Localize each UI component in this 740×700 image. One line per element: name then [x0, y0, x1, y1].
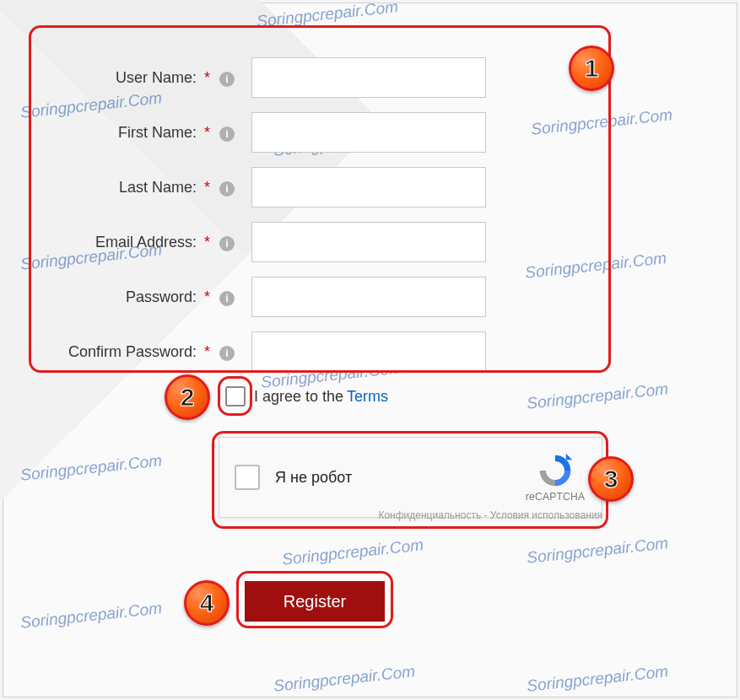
terms-row: I agree to the Terms — [225, 386, 388, 407]
watermark: Soringpcrepair.Com — [526, 662, 669, 695]
email-input[interactable] — [251, 222, 486, 262]
annotation-badge-4: 4 — [184, 580, 230, 626]
required-mark: * — [204, 288, 210, 305]
terms-link[interactable]: Terms — [347, 388, 388, 406]
annotation-badge-2: 2 — [165, 374, 210, 420]
row-password: Password: * i — [42, 275, 498, 319]
watermark: Soringpcrepair.Com — [530, 105, 673, 138]
terms-checkbox[interactable] — [225, 386, 246, 407]
required-mark: * — [204, 234, 210, 250]
email-label: Email Address: * i — [42, 234, 235, 251]
lastname-label: Last Name: * i — [42, 179, 235, 197]
info-icon[interactable]: i — [219, 127, 235, 142]
annotation-badge-1: 1 — [569, 46, 614, 91]
password-input[interactable] — [251, 277, 486, 317]
required-mark: * — [204, 124, 210, 141]
info-icon[interactable]: i — [219, 346, 235, 361]
watermark: Soringpcrepair.Com — [19, 599, 163, 632]
recaptcha-label: Я не робот — [275, 469, 509, 487]
row-email: Email Address: * i — [42, 220, 498, 264]
required-mark: * — [204, 179, 210, 196]
watermark: Soringpcrepair.Com — [526, 534, 669, 567]
row-username: User Name: * i — [42, 56, 498, 100]
username-label: User Name: * i — [42, 69, 235, 87]
recaptcha-widget: Я не робот reCAPTCHA — [219, 437, 602, 518]
confirm-password-input[interactable] — [251, 331, 486, 372]
watermark: Soringpcrepair.Com — [273, 662, 416, 695]
username-input[interactable] — [251, 57, 486, 98]
required-mark: * — [204, 343, 210, 360]
row-confirm-password: Confirm Password: * i — [42, 330, 498, 374]
recaptcha-logo-icon — [537, 452, 574, 489]
required-mark: * — [204, 69, 210, 86]
lastname-input[interactable] — [251, 167, 486, 207]
register-button[interactable]: Register — [245, 581, 385, 622]
recaptcha-checkbox[interactable] — [235, 465, 260, 490]
page-container: Soringpcrepair.Com Soringpcrepair.Com So… — [3, 3, 737, 697]
annotation-badge-3: 3 — [588, 456, 634, 502]
password-label: Password: * i — [42, 288, 235, 306]
info-icon[interactable]: i — [219, 181, 235, 197]
terms-text: I agree to the — [254, 388, 343, 406]
firstname-input[interactable] — [251, 112, 486, 153]
watermark: Soringpcrepair.Com — [524, 249, 667, 282]
confirm-password-label: Confirm Password: * i — [42, 343, 235, 361]
watermark: Soringpcrepair.Com — [526, 380, 669, 412]
firstname-label: First Name: * i — [42, 124, 235, 142]
info-icon[interactable]: i — [219, 291, 235, 306]
row-firstname: First Name: * i — [42, 110, 498, 154]
svg-marker-0 — [566, 454, 572, 460]
info-icon[interactable]: i — [219, 236, 235, 251]
info-icon[interactable]: i — [219, 72, 235, 87]
row-lastname: Last Name: * i — [42, 165, 498, 209]
recaptcha-footer: Конфиденциальность - Условия использован… — [219, 509, 602, 521]
watermark: Soringpcrepair.Com — [281, 536, 424, 568]
